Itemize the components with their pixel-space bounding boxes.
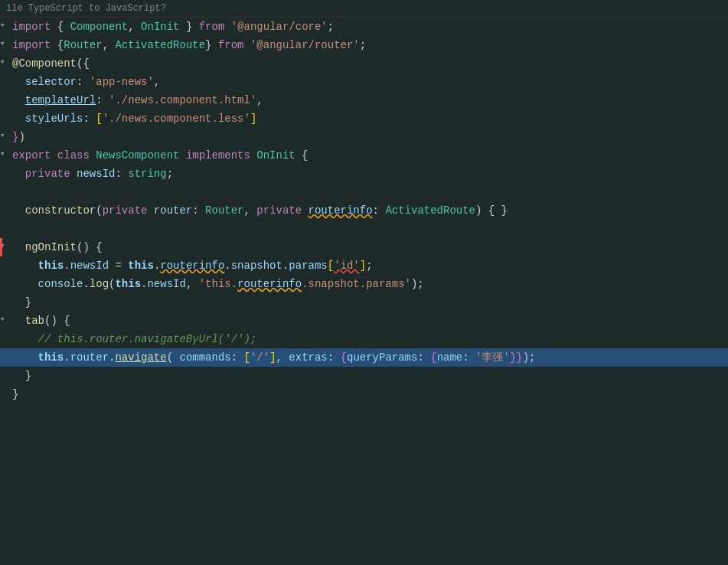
token: 'id'	[334, 260, 360, 272]
fold-icon[interactable]: ▾	[0, 128, 12, 140]
indent-space	[12, 315, 25, 327]
token: @Component	[12, 57, 77, 70]
fold-icon[interactable]: ▾	[0, 146, 12, 158]
token: this	[115, 278, 141, 290]
code-line: selector: 'app-news',	[0, 73, 728, 91]
code-line: ▾import {Router, ActivatedRoute} from '@…	[0, 36, 728, 54]
token: '/'	[250, 351, 269, 364]
token: }	[25, 370, 31, 382]
token: './news.component.html'	[109, 94, 256, 106]
token: (	[96, 204, 102, 217]
token: commands	[179, 351, 230, 364]
token	[70, 168, 77, 180]
fold-icon[interactable]: ▾	[0, 54, 12, 67]
token: =	[109, 260, 128, 272]
token: }	[180, 21, 199, 33]
token: navigate	[115, 351, 166, 364]
fold-icon	[0, 385, 12, 387]
fold-icon[interactable]: ▾	[0, 18, 12, 30]
token: newsId	[147, 278, 185, 290]
token: NewsComponent	[96, 149, 179, 162]
token: name	[437, 351, 463, 364]
token	[224, 21, 230, 33]
code-line: ▾})	[0, 128, 728, 146]
token: ,	[128, 21, 141, 33]
fold-icon[interactable]: ▾	[0, 312, 12, 324]
token: .	[64, 260, 70, 272]
fold-icon	[0, 73, 12, 75]
token: newsId	[77, 168, 115, 180]
token: {	[341, 351, 347, 364]
token: ,	[103, 39, 116, 51]
token: // this.router.navigateByUrl('/');	[38, 333, 257, 345]
line-code-content: ngOnInit() {	[12, 238, 728, 256]
token: 'app-news'	[90, 76, 154, 88]
line-code-content: }	[12, 385, 728, 403]
token: () {	[77, 241, 103, 253]
token: router	[154, 204, 192, 217]
line-code-content: // this.router.navigateByUrl('/');	[12, 330, 728, 348]
fold-icon	[0, 201, 12, 204]
line-code-content: constructor(private router: Router, priv…	[12, 201, 728, 220]
token: Component	[70, 21, 129, 33]
token: ]	[250, 113, 256, 125]
line-code-content: selector: 'app-news',	[12, 73, 728, 91]
fold-icon	[0, 91, 12, 93]
indent-space	[12, 333, 38, 345]
token	[147, 204, 153, 217]
indent-space	[12, 186, 25, 198]
token: {	[51, 39, 64, 51]
indent-space	[12, 204, 25, 217]
line-code-content: console.log(this.newsId, 'this.routerinf…	[12, 275, 728, 293]
indent-space	[12, 241, 25, 253]
line-code-content	[12, 220, 728, 238]
code-line: ▾import { Component, OnInit } from '@ang…	[0, 18, 728, 36]
token: }	[25, 296, 31, 309]
token	[51, 149, 57, 162]
fold-icon	[0, 256, 12, 259]
token: 'this.	[199, 278, 237, 290]
fold-icon	[0, 109, 12, 112]
indent-space	[12, 370, 25, 382]
token: .	[83, 278, 89, 290]
token: extras	[289, 351, 327, 364]
token: newsId	[70, 260, 109, 272]
token: [	[244, 351, 250, 364]
token: [	[96, 113, 102, 125]
title-bar: ile TypeScript to JavaScript?	[0, 0, 728, 18]
fold-icon	[0, 330, 12, 332]
indent-space	[12, 260, 38, 272]
token: ActivatedRoute	[385, 204, 475, 217]
token: ,	[244, 204, 257, 217]
token: templateUrl	[25, 94, 96, 106]
code-line: ▾@Component({	[0, 54, 728, 73]
token: }}	[510, 351, 523, 364]
title-text: ile TypeScript to JavaScript?	[6, 3, 166, 14]
line-code-content: this.router.navigate( commands: ['/'], e…	[12, 348, 728, 367]
code-line: this.router.navigate( commands: ['/'], e…	[0, 348, 728, 367]
token: router	[70, 351, 109, 364]
code-line: templateUrl: './news.component.html',	[0, 91, 728, 109]
token: '@angular/router'	[250, 39, 360, 51]
token: }	[205, 39, 218, 51]
token: ,	[276, 351, 289, 364]
token: log	[90, 278, 109, 290]
token: }	[12, 388, 18, 400]
fold-icon	[0, 220, 12, 222]
token: class	[57, 149, 90, 162]
token: '@angular/core'	[231, 21, 328, 33]
token: :	[115, 168, 128, 180]
token: );	[523, 351, 536, 364]
line-code-content: templateUrl: './news.component.html',	[12, 91, 728, 109]
code-line	[0, 183, 728, 201]
fold-icon[interactable]: ▾	[0, 36, 12, 48]
token: styleUrls	[25, 113, 83, 125]
token: :	[231, 351, 244, 364]
code-line: // this.router.navigateByUrl('/');	[0, 330, 728, 348]
token: {	[51, 21, 70, 33]
token: :	[328, 351, 341, 364]
token: routerinfo	[309, 204, 373, 217]
token: .	[64, 351, 70, 364]
token: from	[218, 39, 244, 51]
token: routerinfo	[237, 278, 302, 290]
